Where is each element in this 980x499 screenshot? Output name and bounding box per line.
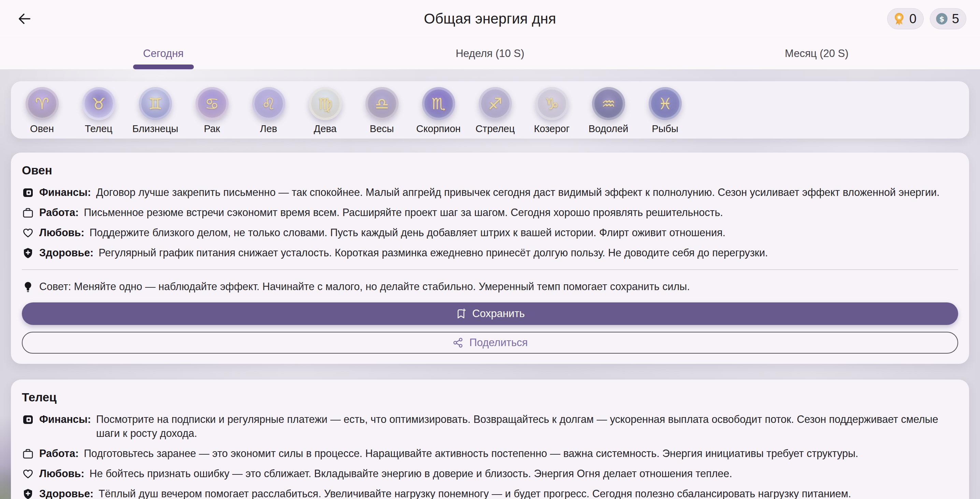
zodiac-strip[interactable]: ♈ Овен ♉ Телец ♊ Близнецы ♋ Рак ♌ Лев ♍ … [11,81,969,139]
horoscope-card-aries: Овен Финансы: Договор лучше закрепить пи… [11,153,969,364]
aquarius-icon: ♒ [592,87,625,120]
wallet-icon [22,187,34,199]
advice-text: Совет: Меняйте одно — наблюдайте эффект.… [39,279,690,293]
virgo-icon: ♍ [309,87,342,120]
finance-row: Финансы: Договор лучше закрепить письмен… [22,185,958,199]
scorpio-icon: ♏ [422,87,455,120]
aries-icon: ♈ [25,87,59,120]
back-arrow-icon [17,11,32,27]
medal-icon [892,12,906,26]
share-button[interactable]: Поделиться [22,332,958,354]
zodiac-item-aquarius[interactable]: ♒ Водолей [580,87,637,134]
coin-icon: $ [935,12,948,26]
heart-icon [22,468,34,480]
share-icon [452,337,464,349]
zodiac-item-capricorn[interactable]: ♑ Козерог [523,87,580,134]
back-button[interactable] [15,9,34,28]
zodiac-item-pisces[interactable]: ♓ Рыбы [637,87,694,134]
zodiac-item-cancer[interactable]: ♋ Рак [184,87,240,134]
gemini-icon: ♊ [139,87,172,120]
period-tabs: Сегодня Неделя (10 S) Месяц (20 S) [0,38,980,69]
wallet-icon [22,413,34,426]
zodiac-item-sagittarius[interactable]: ♐ Стрелец [467,87,523,134]
card-title: Овен [22,164,958,177]
health-row: Здоровье: Тёплый душ вечером помогает ра… [22,487,958,499]
briefcase-icon [22,207,34,219]
medals-badge[interactable]: 0 [887,8,924,29]
capricorn-icon: ♑ [535,87,568,120]
zodiac-item-scorpio[interactable]: ♏ Скорпион [410,87,467,134]
heart-icon [22,226,34,239]
briefcase-icon [22,448,34,460]
zodiac-item-libra[interactable]: ♎ Весы [353,87,410,134]
save-button[interactable]: Сохранить [22,302,958,325]
libra-icon: ♎ [366,87,399,120]
bookmark-plus-icon [455,308,467,319]
lightbulb-icon [22,281,34,293]
advice-row: Совет: Меняйте одно — наблюдайте эффект.… [22,279,958,293]
work-row: Работа: Подготовьтесь заранее — это экон… [22,446,958,461]
shield-plus-icon [22,247,34,259]
zodiac-item-gemini[interactable]: ♊ Близнецы [127,87,184,134]
tab-today[interactable]: Сегодня [0,38,326,69]
leo-icon: ♌ [252,87,285,120]
shield-plus-icon [22,488,34,499]
work-row: Работа: Письменное резюме встречи сэконо… [22,206,958,220]
love-row: Любовь: Поддержите близкого делом, не то… [22,226,958,239]
horoscope-card-taurus: Телец Финансы: Посмотрите на подписки и … [11,379,969,499]
tab-month[interactable]: Месяц (20 S) [654,38,980,69]
card-title: Телец [22,391,958,404]
zodiac-item-aries[interactable]: ♈ Овен [14,87,70,134]
header: Общая энергия дня 0 $ 5 [0,0,980,38]
zodiac-item-taurus[interactable]: ♉ Телец [70,87,127,134]
divider [22,269,958,270]
finance-row: Финансы: Посмотрите на подписки и регуля… [22,412,958,440]
coins-badge[interactable]: $ 5 [930,8,966,29]
love-row: Любовь: Не бойтесь признать ошибку — это… [22,467,958,481]
page-title: Общая энергия дня [424,11,556,27]
tab-week[interactable]: Неделя (10 S) [326,38,653,69]
sagittarius-icon: ♐ [479,87,512,120]
cancer-icon: ♋ [196,87,229,120]
header-badges: 0 $ 5 [887,8,966,29]
medals-count: 0 [909,11,916,26]
health-row: Здоровье: Регулярный график питания сниж… [22,246,958,260]
pisces-icon: ♓ [649,87,682,120]
zodiac-item-leo[interactable]: ♌ Лев [240,87,297,134]
taurus-icon: ♉ [82,87,115,120]
active-tab-indicator [133,64,194,69]
content-area: ♈ Овен ♉ Телец ♊ Близнецы ♋ Рак ♌ Лев ♍ … [0,69,980,499]
zodiac-item-virgo[interactable]: ♍ Дева [297,87,353,134]
coins-count: 5 [952,11,959,26]
svg-text:$: $ [939,15,945,23]
